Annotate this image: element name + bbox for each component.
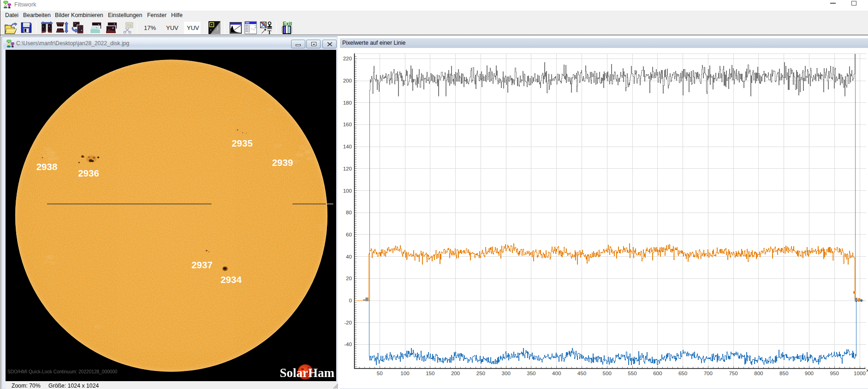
svg-text:450: 450	[577, 370, 586, 376]
svg-text:Exit: Exit	[283, 21, 292, 26]
svg-text:160: 160	[343, 121, 352, 127]
svg-text:300: 300	[502, 370, 511, 376]
svg-text:2935: 2935	[232, 138, 253, 148]
svg-text:220: 220	[343, 55, 352, 61]
svg-text:800: 800	[754, 370, 763, 376]
svg-text:T: T	[268, 29, 272, 35]
svg-text:400: 400	[552, 370, 561, 376]
svg-text:80: 80	[346, 209, 352, 215]
svg-text:SDO/HMI Quick-Look Continuum:: SDO/HMI Quick-Look Continuum: 20220128_0…	[7, 369, 118, 374]
svg-text:2938: 2938	[36, 161, 58, 172]
svg-text:950: 950	[830, 370, 839, 376]
svg-text:140: 140	[343, 143, 352, 149]
svg-text:350: 350	[527, 370, 535, 376]
svg-text:200: 200	[451, 370, 460, 376]
svg-text:-40: -40	[344, 341, 352, 347]
svg-text:150: 150	[426, 370, 434, 376]
svg-text:2: 2	[130, 24, 132, 28]
svg-text:900: 900	[805, 370, 814, 376]
svg-text:250: 250	[476, 370, 485, 376]
svg-text:120: 120	[343, 165, 352, 171]
svg-text:2939: 2939	[272, 157, 293, 168]
svg-text:40: 40	[346, 253, 352, 259]
svg-text:-20: -20	[344, 319, 352, 325]
svg-text:200: 200	[343, 77, 352, 83]
svg-text:700: 700	[704, 370, 713, 376]
svg-text:50: 50	[377, 370, 383, 376]
svg-text:Per: Per	[250, 28, 256, 31]
svg-text:60: 60	[346, 231, 352, 237]
svg-text:500: 500	[603, 370, 612, 376]
svg-text:550: 550	[628, 370, 636, 376]
svg-text:650: 650	[678, 370, 687, 376]
svg-text:180: 180	[343, 100, 352, 106]
svg-text:20: 20	[346, 275, 352, 281]
svg-text:0: 0	[349, 297, 352, 303]
svg-text:2936: 2936	[78, 168, 99, 178]
svg-text:850: 850	[779, 370, 788, 376]
svg-text:100: 100	[400, 370, 409, 376]
svg-text:100: 100	[343, 188, 352, 194]
svg-text:600: 600	[653, 370, 662, 376]
svg-text:SolarHam: SolarHam	[280, 366, 335, 380]
svg-text:750: 750	[729, 370, 737, 376]
svg-text:2937: 2937	[191, 259, 213, 270]
svg-text:1000: 1000	[854, 370, 866, 376]
svg-text:2934: 2934	[220, 274, 242, 285]
svg-text:x: x	[866, 367, 868, 373]
